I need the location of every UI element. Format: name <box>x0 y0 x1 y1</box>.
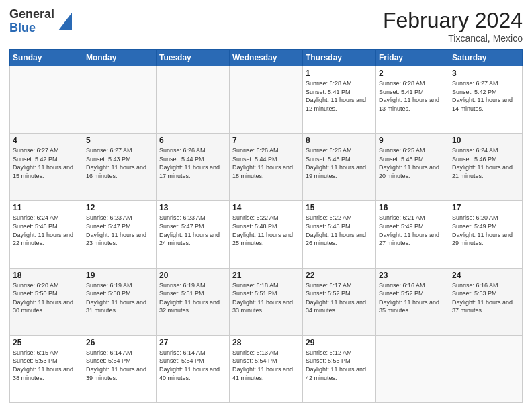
day-info: Sunrise: 6:22 AM Sunset: 5:48 PM Dayligh… <box>306 214 373 247</box>
day-info: Sunrise: 6:15 AM Sunset: 5:53 PM Dayligh… <box>13 349 80 382</box>
calendar-cell: 27Sunrise: 6:14 AM Sunset: 5:54 PM Dayli… <box>157 335 230 402</box>
day-number: 27 <box>159 338 226 347</box>
calendar-cell: 23Sunrise: 6:16 AM Sunset: 5:52 PM Dayli… <box>376 268 449 335</box>
day-info: Sunrise: 6:26 AM Sunset: 5:44 PM Dayligh… <box>232 146 300 180</box>
day-number: 24 <box>452 271 519 280</box>
title-area: February 2024 Tixcancal, Mexico <box>383 8 523 44</box>
calendar-cell: 16Sunrise: 6:21 AM Sunset: 5:49 PM Dayli… <box>376 201 449 268</box>
col-header-monday: Monday <box>83 50 157 66</box>
col-header-tuesday: Tuesday <box>157 50 230 66</box>
day-info: Sunrise: 6:20 AM Sunset: 5:50 PM Dayligh… <box>13 281 80 315</box>
day-number: 18 <box>13 271 80 280</box>
day-number: 14 <box>232 203 300 212</box>
calendar-cell <box>10 66 83 134</box>
col-header-wednesday: Wednesday <box>230 50 303 66</box>
calendar-cell: 17Sunrise: 6:20 AM Sunset: 5:49 PM Dayli… <box>449 201 523 268</box>
day-number: 21 <box>232 271 300 280</box>
day-info: Sunrise: 6:13 AM Sunset: 5:54 PM Dayligh… <box>232 349 300 382</box>
calendar-cell: 13Sunrise: 6:23 AM Sunset: 5:47 PM Dayli… <box>157 201 230 268</box>
day-info: Sunrise: 6:27 AM Sunset: 5:43 PM Dayligh… <box>86 146 153 180</box>
calendar-cell <box>449 335 523 402</box>
col-header-sunday: Sunday <box>10 50 83 66</box>
day-info: Sunrise: 6:17 AM Sunset: 5:52 PM Dayligh… <box>306 281 373 315</box>
day-info: Sunrise: 6:20 AM Sunset: 5:49 PM Dayligh… <box>452 214 519 247</box>
day-info: Sunrise: 6:16 AM Sunset: 5:53 PM Dayligh… <box>452 281 519 315</box>
calendar-cell: 19Sunrise: 6:19 AM Sunset: 5:50 PM Dayli… <box>83 268 157 335</box>
day-number: 9 <box>379 136 446 145</box>
calendar-cell: 21Sunrise: 6:18 AM Sunset: 5:51 PM Dayli… <box>230 268 303 335</box>
day-number: 19 <box>86 271 153 280</box>
month-title: February 2024 <box>383 8 523 33</box>
day-number: 15 <box>306 203 373 212</box>
calendar-cell: 8Sunrise: 6:25 AM Sunset: 5:45 PM Daylig… <box>303 134 376 201</box>
calendar-cell <box>157 66 230 134</box>
col-header-friday: Friday <box>376 50 449 66</box>
calendar-cell: 24Sunrise: 6:16 AM Sunset: 5:53 PM Dayli… <box>449 268 523 335</box>
day-info: Sunrise: 6:16 AM Sunset: 5:52 PM Dayligh… <box>379 281 446 315</box>
calendar-cell: 11Sunrise: 6:24 AM Sunset: 5:46 PM Dayli… <box>10 201 83 268</box>
day-info: Sunrise: 6:28 AM Sunset: 5:41 PM Dayligh… <box>306 79 373 113</box>
day-number: 17 <box>452 203 519 212</box>
calendar-table: SundayMondayTuesdayWednesdayThursdayFrid… <box>9 49 523 403</box>
calendar-cell: 4Sunrise: 6:27 AM Sunset: 5:42 PM Daylig… <box>10 134 83 201</box>
calendar-cell: 14Sunrise: 6:22 AM Sunset: 5:48 PM Dayli… <box>230 201 303 268</box>
day-info: Sunrise: 6:25 AM Sunset: 5:45 PM Dayligh… <box>379 146 446 180</box>
svg-marker-0 <box>58 13 72 30</box>
day-number: 2 <box>379 68 446 78</box>
logo-blue-text: Blue <box>9 21 54 35</box>
day-number: 4 <box>13 136 80 145</box>
day-number: 22 <box>306 271 373 280</box>
day-number: 6 <box>159 136 226 145</box>
day-info: Sunrise: 6:27 AM Sunset: 5:42 PM Dayligh… <box>452 79 519 113</box>
calendar-cell: 20Sunrise: 6:19 AM Sunset: 5:51 PM Dayli… <box>157 268 230 335</box>
day-info: Sunrise: 6:14 AM Sunset: 5:54 PM Dayligh… <box>86 349 153 382</box>
page: General Blue February 2024 Tixcancal, Me… <box>0 0 532 411</box>
day-number: 11 <box>13 203 80 212</box>
day-info: Sunrise: 6:12 AM Sunset: 5:55 PM Dayligh… <box>306 349 373 382</box>
day-number: 26 <box>86 338 153 347</box>
day-number: 23 <box>379 271 446 280</box>
day-number: 28 <box>232 338 300 347</box>
col-header-saturday: Saturday <box>449 50 523 66</box>
day-info: Sunrise: 6:19 AM Sunset: 5:51 PM Dayligh… <box>159 281 226 315</box>
calendar-cell <box>83 66 157 134</box>
calendar-cell: 18Sunrise: 6:20 AM Sunset: 5:50 PM Dayli… <box>10 268 83 335</box>
calendar-cell: 5Sunrise: 6:27 AM Sunset: 5:43 PM Daylig… <box>83 134 157 201</box>
day-info: Sunrise: 6:28 AM Sunset: 5:41 PM Dayligh… <box>379 79 446 113</box>
calendar-cell <box>230 66 303 134</box>
logo-triangle-icon <box>58 13 72 30</box>
day-info: Sunrise: 6:18 AM Sunset: 5:51 PM Dayligh… <box>232 281 300 315</box>
calendar-cell: 22Sunrise: 6:17 AM Sunset: 5:52 PM Dayli… <box>303 268 376 335</box>
calendar-cell: 15Sunrise: 6:22 AM Sunset: 5:48 PM Dayli… <box>303 201 376 268</box>
day-info: Sunrise: 6:23 AM Sunset: 5:47 PM Dayligh… <box>159 214 226 247</box>
day-number: 10 <box>452 136 519 145</box>
day-info: Sunrise: 6:27 AM Sunset: 5:42 PM Dayligh… <box>13 146 80 180</box>
location: Tixcancal, Mexico <box>383 33 523 44</box>
calendar-cell <box>376 335 449 402</box>
day-info: Sunrise: 6:22 AM Sunset: 5:48 PM Dayligh… <box>232 214 300 247</box>
day-number: 20 <box>159 271 226 280</box>
day-info: Sunrise: 6:14 AM Sunset: 5:54 PM Dayligh… <box>159 349 226 382</box>
day-number: 12 <box>86 203 153 212</box>
calendar-cell: 2Sunrise: 6:28 AM Sunset: 5:41 PM Daylig… <box>376 66 449 134</box>
day-info: Sunrise: 6:24 AM Sunset: 5:46 PM Dayligh… <box>13 214 80 247</box>
day-info: Sunrise: 6:23 AM Sunset: 5:47 PM Dayligh… <box>86 214 153 247</box>
day-number: 29 <box>306 338 373 347</box>
day-info: Sunrise: 6:19 AM Sunset: 5:50 PM Dayligh… <box>86 281 153 315</box>
calendar-cell: 29Sunrise: 6:12 AM Sunset: 5:55 PM Dayli… <box>303 335 376 402</box>
calendar-cell: 10Sunrise: 6:24 AM Sunset: 5:46 PM Dayli… <box>449 134 523 201</box>
calendar-cell: 26Sunrise: 6:14 AM Sunset: 5:54 PM Dayli… <box>83 335 157 402</box>
day-number: 7 <box>232 136 300 145</box>
day-number: 16 <box>379 203 446 212</box>
calendar-cell: 3Sunrise: 6:27 AM Sunset: 5:42 PM Daylig… <box>449 66 523 134</box>
day-info: Sunrise: 6:26 AM Sunset: 5:44 PM Dayligh… <box>159 146 226 180</box>
header: General Blue February 2024 Tixcancal, Me… <box>9 8 523 44</box>
day-number: 13 <box>159 203 226 212</box>
calendar-cell: 9Sunrise: 6:25 AM Sunset: 5:45 PM Daylig… <box>376 134 449 201</box>
col-header-thursday: Thursday <box>303 50 376 66</box>
day-number: 5 <box>86 136 153 145</box>
day-number: 1 <box>306 68 373 78</box>
calendar-cell: 6Sunrise: 6:26 AM Sunset: 5:44 PM Daylig… <box>157 134 230 201</box>
calendar-cell: 28Sunrise: 6:13 AM Sunset: 5:54 PM Dayli… <box>230 335 303 402</box>
logo: General Blue <box>9 8 72 35</box>
